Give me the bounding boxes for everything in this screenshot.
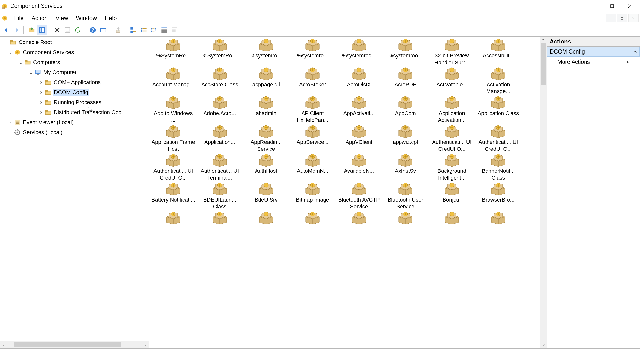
list-item[interactable] bbox=[244, 212, 289, 226]
content-scrollbar-vertical[interactable] bbox=[540, 37, 547, 348]
list-item[interactable]: AppCom bbox=[383, 96, 428, 124]
tree-com-applications[interactable]: › COM+ Applications bbox=[2, 77, 148, 87]
view-list-button[interactable] bbox=[149, 25, 159, 35]
list-item[interactable]: BannerNotif... Class bbox=[476, 154, 521, 181]
list-item[interactable]: Accessibilit... bbox=[476, 38, 521, 66]
actions-more[interactable]: More Actions bbox=[547, 57, 640, 67]
scroll-up-icon[interactable] bbox=[540, 37, 547, 43]
show-hide-tree-button[interactable] bbox=[37, 25, 47, 35]
mdi-close-button[interactable] bbox=[628, 14, 638, 22]
forward-button[interactable] bbox=[12, 25, 22, 35]
list-item[interactable]: Account Manag... bbox=[150, 68, 196, 95]
list-item[interactable]: Application Frame Host bbox=[150, 125, 196, 152]
menu-help[interactable]: Help bbox=[101, 14, 120, 22]
menu-file[interactable]: File bbox=[10, 14, 28, 22]
up-folder-button[interactable] bbox=[27, 25, 37, 35]
scroll-right-icon[interactable] bbox=[142, 342, 148, 348]
list-item[interactable] bbox=[383, 212, 428, 226]
list-item[interactable]: AcroDistX bbox=[336, 68, 382, 95]
list-item[interactable]: acppage.dll bbox=[244, 68, 289, 95]
list-item[interactable] bbox=[429, 212, 474, 226]
list-item[interactable]: AutoMdmN... bbox=[290, 154, 335, 181]
list-item[interactable]: Background Intelligent... bbox=[429, 154, 474, 181]
expand-icon[interactable]: › bbox=[38, 89, 44, 96]
delete-button[interactable] bbox=[52, 25, 62, 35]
list-item[interactable]: Battery Notificati... bbox=[150, 183, 196, 210]
list-item[interactable]: AppActivati... bbox=[336, 96, 382, 124]
list-item[interactable]: AppService... bbox=[290, 125, 335, 152]
scrollbar-thumb[interactable] bbox=[540, 44, 546, 85]
list-item[interactable]: ahadmin bbox=[244, 96, 289, 124]
tree-dtc[interactable]: › Distributed Transaction Coo bbox=[2, 107, 148, 117]
scroll-left-icon[interactable] bbox=[0, 342, 7, 348]
tree-console-root[interactable]: Console Root bbox=[2, 37, 148, 47]
list-item[interactable]: Add to Windows ... bbox=[150, 96, 196, 124]
list-item[interactable]: %systemro... bbox=[290, 38, 335, 66]
list-item[interactable]: %SystemRo... bbox=[150, 38, 196, 66]
list-item[interactable]: Application... bbox=[197, 125, 242, 152]
list-item[interactable]: Application Class bbox=[476, 96, 521, 124]
list-item[interactable]: AccStore Class bbox=[197, 68, 242, 95]
list-item[interactable]: appwiz.cpl bbox=[383, 125, 428, 152]
window-minimize-button[interactable] bbox=[586, 0, 603, 12]
actions-selected[interactable]: DCOM Config bbox=[547, 47, 640, 57]
list-item[interactable]: AvailableN... bbox=[336, 154, 382, 181]
list-item[interactable]: %systemroo... bbox=[383, 38, 428, 66]
list-item[interactable]: %systemroo... bbox=[336, 38, 382, 66]
list-item[interactable]: Adobe.Acro... bbox=[197, 96, 242, 124]
collapse-icon[interactable]: ⌄ bbox=[17, 59, 24, 66]
list-item[interactable]: Bitmap Image bbox=[290, 183, 335, 210]
list-item[interactable]: 32-bit Preview Handler Surr... bbox=[429, 38, 474, 66]
expand-icon[interactable]: › bbox=[38, 99, 44, 106]
view-small-icons-button[interactable] bbox=[139, 25, 148, 35]
list-item[interactable]: Bonjour bbox=[429, 183, 474, 210]
list-item[interactable]: AcroPDF bbox=[383, 68, 428, 95]
back-button[interactable] bbox=[2, 25, 11, 35]
tree-scrollbar-horizontal[interactable] bbox=[0, 341, 148, 348]
list-item[interactable]: Authenticati... UI CredUI O... bbox=[150, 154, 196, 181]
list-item[interactable]: Activatable... bbox=[429, 68, 474, 95]
list-item[interactable]: Application Activation... bbox=[429, 96, 474, 124]
list-item[interactable] bbox=[476, 212, 521, 226]
tree-my-computer[interactable]: ⌄ My Computer bbox=[2, 67, 148, 77]
list-item[interactable] bbox=[336, 212, 382, 226]
list-item[interactable]: %SystemRo... bbox=[197, 38, 242, 66]
expand-icon[interactable]: › bbox=[38, 79, 44, 86]
list-item[interactable]: Bluetooth AVCTP Service bbox=[336, 183, 382, 210]
mdi-restore-button[interactable] bbox=[617, 14, 627, 22]
list-item[interactable]: AcroBroker bbox=[290, 68, 335, 95]
menu-window[interactable]: Window bbox=[72, 14, 101, 22]
view-details-button[interactable] bbox=[159, 25, 169, 35]
properties-button[interactable] bbox=[62, 25, 72, 35]
tree-dcom-config[interactable]: › DCOM Config bbox=[2, 87, 148, 97]
list-item[interactable]: AuthHost bbox=[244, 154, 289, 181]
list-item[interactable] bbox=[197, 212, 242, 226]
list-item[interactable]: Authenticati... UI CredUI O... bbox=[476, 125, 521, 152]
expand-icon[interactable]: › bbox=[38, 109, 44, 116]
list-item[interactable]: BDEUILaun... Class bbox=[197, 183, 242, 210]
list-item[interactable]: AP Client HxHelpPan... bbox=[290, 96, 335, 124]
list-item[interactable] bbox=[150, 212, 196, 226]
mdi-minimize-button[interactable] bbox=[606, 14, 616, 22]
export-button[interactable] bbox=[114, 25, 123, 35]
collapse-icon[interactable]: ⌄ bbox=[7, 49, 14, 56]
tree-computers[interactable]: ⌄ Computers bbox=[2, 57, 148, 67]
list-item[interactable]: %systemro... bbox=[244, 38, 289, 66]
list-item[interactable]: AppReadin... Service bbox=[244, 125, 289, 152]
list-item[interactable]: Authenticati... UI CredUI O... bbox=[429, 125, 474, 152]
window-close-button[interactable] bbox=[621, 0, 638, 12]
list-item[interactable]: Authenticat... UI Terminal... bbox=[197, 154, 242, 181]
scrollbar-thumb[interactable] bbox=[14, 342, 121, 348]
list-item[interactable] bbox=[290, 212, 335, 226]
view-large-icons-button[interactable] bbox=[128, 25, 138, 35]
view-status-button[interactable] bbox=[170, 25, 179, 35]
list-item[interactable]: AppVClient bbox=[336, 125, 382, 152]
list-item[interactable]: Activation Manage... bbox=[476, 68, 521, 95]
window-maximize-button[interactable] bbox=[603, 0, 621, 12]
list-item[interactable]: AxInstSv bbox=[383, 154, 428, 181]
refresh-button[interactable] bbox=[73, 25, 82, 35]
new-window-button[interactable] bbox=[98, 25, 108, 35]
help-button[interactable]: ? bbox=[88, 25, 98, 35]
list-item[interactable]: BrowserBro... bbox=[476, 183, 521, 210]
menu-view[interactable]: View bbox=[52, 14, 72, 22]
